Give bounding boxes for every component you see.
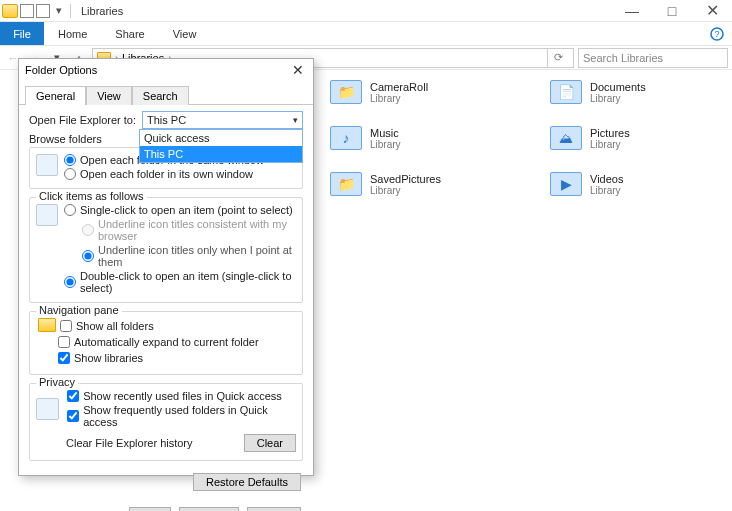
tab-view[interactable]: View xyxy=(159,22,211,45)
close-button[interactable]: ✕ xyxy=(692,1,732,21)
restore-defaults-button[interactable]: Restore Defaults xyxy=(193,473,301,491)
item-type: Library xyxy=(590,185,623,196)
dialog-tabs: General View Search xyxy=(19,81,313,105)
item-type: Library xyxy=(370,185,441,196)
library-icon: ♪ xyxy=(330,126,362,150)
item-type: Library xyxy=(590,139,630,150)
item-name: Pictures xyxy=(590,127,630,139)
dialog-close-button[interactable]: ✕ xyxy=(289,62,307,78)
browse-folders-icon xyxy=(36,154,58,176)
navigation-pane-legend: Navigation pane xyxy=(36,304,122,316)
tab-share[interactable]: Share xyxy=(101,22,158,45)
list-item[interactable]: ▶ VideosLibrary xyxy=(550,172,710,196)
item-type: Library xyxy=(590,93,646,104)
radio-single-click[interactable]: Single-click to open an item (point to s… xyxy=(64,204,296,216)
check-frequent-folders[interactable]: Show frequently used folders in Quick ac… xyxy=(67,404,296,428)
library-grid: 📁 CameraRollLibrary 📄 DocumentsLibrary ♪… xyxy=(330,80,722,218)
combo-dropdown: Quick access This PC xyxy=(139,129,303,163)
apply-button[interactable]: Apply xyxy=(247,507,301,511)
tab-general[interactable]: General xyxy=(25,86,86,105)
search-input[interactable]: Search Libraries xyxy=(578,48,728,68)
qat-dropdown-icon[interactable]: ▾ xyxy=(52,4,66,18)
chevron-down-icon: ▾ xyxy=(293,115,298,125)
check-show-all-folders[interactable]: Show all folders xyxy=(60,320,154,332)
clear-history-label: Clear File Explorer history xyxy=(66,437,193,449)
list-item[interactable]: 📁 CameraRollLibrary xyxy=(330,80,490,104)
list-item[interactable]: ⛰ PicturesLibrary xyxy=(550,126,710,150)
combo-option[interactable]: Quick access xyxy=(140,130,302,146)
folder-icon xyxy=(38,318,56,332)
item-name: CameraRoll xyxy=(370,81,428,93)
maximize-button[interactable]: □ xyxy=(652,1,692,21)
radio-underline-point[interactable]: Underline icon titles only when I point … xyxy=(64,244,296,268)
library-icon: 📄 xyxy=(550,80,582,104)
tab-view[interactable]: View xyxy=(86,86,132,105)
check-show-libraries[interactable]: Show libraries xyxy=(58,352,143,364)
item-type: Library xyxy=(370,93,428,104)
list-item[interactable]: 📁 SavedPicturesLibrary xyxy=(330,172,490,196)
tab-home[interactable]: Home xyxy=(44,22,101,45)
clear-button[interactable]: Clear xyxy=(244,434,296,452)
click-items-icon xyxy=(36,204,58,226)
item-name: Documents xyxy=(590,81,646,93)
list-item[interactable]: 📄 DocumentsLibrary xyxy=(550,80,710,104)
click-items-legend: Click items as follows xyxy=(36,190,147,202)
privacy-icon xyxy=(36,398,59,420)
tab-search[interactable]: Search xyxy=(132,86,189,105)
radio-own-window[interactable]: Open each folder in its own window xyxy=(64,168,264,180)
radio-double-click[interactable]: Double-click to open an item (single-cli… xyxy=(64,270,296,294)
ok-button[interactable]: OK xyxy=(129,507,171,511)
cancel-button[interactable]: Cancel xyxy=(179,507,239,511)
minimize-button[interactable]: — xyxy=(612,1,652,21)
library-icon: 📁 xyxy=(330,172,362,196)
dialog-title: Folder Options xyxy=(25,64,97,76)
item-name: Videos xyxy=(590,173,623,185)
qat-item[interactable] xyxy=(36,4,50,18)
open-explorer-combo[interactable]: This PC ▾ xyxy=(142,111,303,129)
titlebar: ▾ Libraries — □ ✕ xyxy=(0,0,732,22)
combo-option[interactable]: This PC xyxy=(140,146,302,162)
item-name: SavedPictures xyxy=(370,173,441,185)
list-item[interactable]: ♪ MusicLibrary xyxy=(330,126,490,150)
open-explorer-label: Open File Explorer to: xyxy=(29,114,136,126)
item-type: Library xyxy=(370,139,401,150)
ribbon: File Home Share View ? xyxy=(0,22,732,46)
check-recent-files[interactable]: Show recently used files in Quick access xyxy=(67,390,296,402)
window-title: Libraries xyxy=(81,5,123,17)
help-icon[interactable]: ? xyxy=(702,22,732,45)
combo-value: This PC xyxy=(147,114,186,126)
file-tab[interactable]: File xyxy=(0,22,44,45)
radio-underline-browser: Underline icon titles consistent with my… xyxy=(64,218,296,242)
app-icon xyxy=(2,4,18,18)
library-icon: ▶ xyxy=(550,172,582,196)
privacy-legend: Privacy xyxy=(36,376,78,388)
folder-options-dialog: Folder Options ✕ General View Search Ope… xyxy=(18,58,314,476)
svg-text:?: ? xyxy=(714,29,719,39)
library-icon: 📁 xyxy=(330,80,362,104)
check-auto-expand[interactable]: Automatically expand to current folder xyxy=(58,336,259,348)
item-name: Music xyxy=(370,127,401,139)
library-icon: ⛰ xyxy=(550,126,582,150)
dialog-titlebar[interactable]: Folder Options ✕ xyxy=(19,59,313,81)
refresh-button[interactable]: ⟳ xyxy=(547,48,569,68)
qat-item[interactable] xyxy=(20,4,34,18)
